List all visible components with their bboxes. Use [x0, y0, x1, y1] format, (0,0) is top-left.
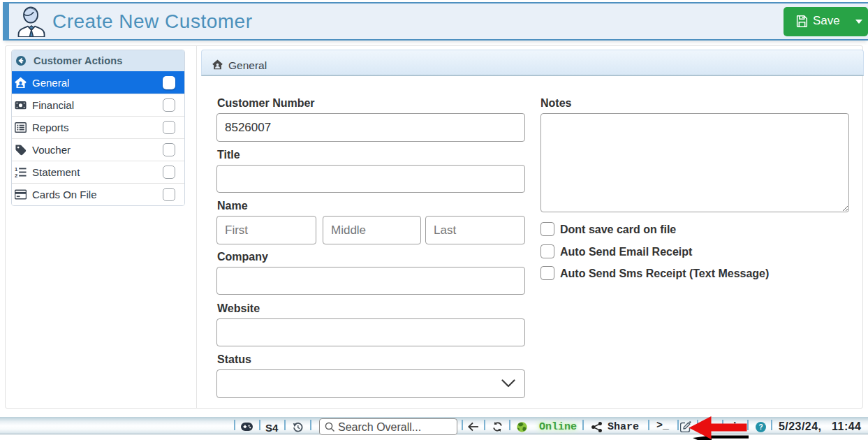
svg-text:2: 2 [15, 173, 17, 178]
svg-text:?: ? [758, 423, 763, 431]
